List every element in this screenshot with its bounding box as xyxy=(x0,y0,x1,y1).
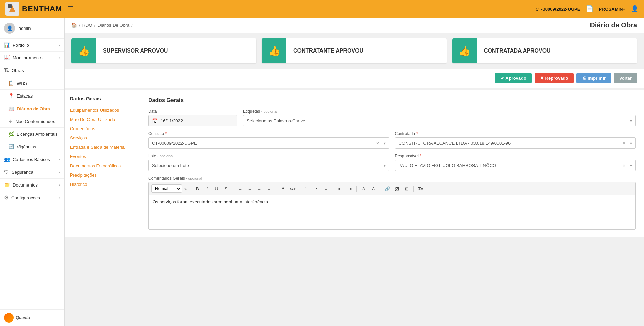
contract-select[interactable]: CT-00009/2022-UGPE xyxy=(149,138,389,148)
contratada-group: Contratada * CONSTRUTORA ALCANCE LTDA - … xyxy=(395,131,636,149)
date-input[interactable] xyxy=(161,115,218,126)
sidebar-item-configuracoes[interactable]: ⚙ Configurações › xyxy=(0,191,64,204)
rte-list-indent-button[interactable]: ≡ xyxy=(322,184,330,193)
rte-link-button[interactable]: 🔗 xyxy=(383,184,391,193)
rte-align-center-button[interactable]: ≡ xyxy=(246,184,254,193)
estacas-icon: 📍 xyxy=(8,93,14,99)
back-button[interactable]: Voltar xyxy=(614,73,637,83)
contratante-approval-icon: 👍 xyxy=(262,38,286,63)
breadcrumb-rdo[interactable]: RDO xyxy=(82,23,92,28)
sidebar-item-seguranca[interactable]: 🛡 Segurança › xyxy=(0,166,64,179)
sidebar-item-label: Não Conformidades xyxy=(15,119,55,124)
rte-italic-button[interactable]: I xyxy=(203,184,211,193)
rte-text-bg-color-button[interactable]: A xyxy=(369,184,377,193)
rejected-button[interactable]: ✘ Reprovado xyxy=(535,73,574,83)
rte-separator xyxy=(276,186,276,192)
sidebar-item-label: Diários de Obra xyxy=(17,106,50,111)
link-mao-de-obra[interactable]: Mão De Obra Utilizada xyxy=(70,115,134,124)
rte-unordered-list-button[interactable]: • xyxy=(312,184,320,193)
contratada-select[interactable]: CONSTRUTORA ALCANCE LTDA - 03.018.149/00… xyxy=(395,138,636,148)
supervisor-approval-card: 👍 SUPERVISOR APROVOU xyxy=(71,38,256,63)
rte-text-color-button[interactable]: A xyxy=(360,184,368,193)
rte-image-button[interactable]: 🖼 xyxy=(393,184,401,193)
rte-indent-button[interactable]: ⇥ xyxy=(346,184,354,193)
sidebar-item-vigencias[interactable]: 🔄 Vigências xyxy=(0,140,64,153)
rte-outdent-button[interactable]: ⇤ xyxy=(336,184,344,193)
user-icon[interactable]: 👤 xyxy=(631,5,639,13)
rte-align-justify-button[interactable]: ≡ xyxy=(265,184,273,193)
contract-clear-icon[interactable]: ✕ xyxy=(376,141,379,146)
rte-clear-format-button[interactable]: T̶x xyxy=(417,184,425,193)
sidebar-item-monitoramento[interactable]: 📈 Monitoramento › xyxy=(0,52,64,64)
print-button[interactable]: 🖨 Imprimir xyxy=(576,73,611,83)
date-group: Data 📅 xyxy=(148,109,237,126)
sidebar-item-diarios[interactable]: 📖 Diários de Obra xyxy=(0,102,64,115)
approval-cards: 👍 SUPERVISOR APROVOU 👍 CONTRATANTE APROV… xyxy=(65,33,644,69)
rte-table-button[interactable]: ⊞ xyxy=(402,184,411,193)
link-comentarios[interactable]: Comentários xyxy=(70,124,134,133)
hamburger-icon[interactable]: ☰ xyxy=(68,5,74,13)
rte-strikethrough-button[interactable]: S xyxy=(222,184,230,193)
supervisor-approval-icon: 👍 xyxy=(71,38,96,63)
sidebar-item-documentos[interactable]: 📁 Documentos › xyxy=(0,179,64,191)
lote-select[interactable]: Selecione um Lote xyxy=(149,160,389,171)
lote-group: Lote · opcional Selecione um Lote ▾ xyxy=(148,154,389,171)
rte-ordered-list-button[interactable]: 1. xyxy=(303,184,311,193)
sidebar-item-label: Segurança xyxy=(12,170,33,175)
main-layout: 👤 admin 📊 Portfólio › 📈 Monitoramento › xyxy=(0,18,644,326)
responsavel-select-wrapper[interactable]: PAULO FLAVIO FIGLIUOLO BARBOSA TINÔCO ✕ … xyxy=(395,160,636,171)
link-precipitacoes[interactable]: Precipitações xyxy=(70,170,134,180)
sidebar-item-portfolio[interactable]: 📊 Portfólio › xyxy=(0,39,64,52)
rte-blockquote-button[interactable]: ❝ xyxy=(279,184,287,193)
date-input-wrapper[interactable]: 📅 xyxy=(148,115,237,126)
contratada-clear-icon[interactable]: ✕ xyxy=(622,141,626,146)
sidebar-item-obras[interactable]: 🏗 Obras ˅ xyxy=(0,64,64,77)
document-icon[interactable]: 📄 xyxy=(586,5,593,13)
rte-style-select[interactable]: Normal Heading 1 Heading 2 Heading 3 xyxy=(151,184,182,193)
responsavel-select[interactable]: PAULO FLAVIO FIGLIUOLO BARBOSA TINÔCO xyxy=(395,160,636,171)
home-icon[interactable]: 🏠 xyxy=(71,23,77,28)
sidebar-item-label: Vigências xyxy=(17,144,36,149)
approved-button[interactable]: ✔ Aprovado xyxy=(495,73,532,83)
tags-select-wrapper[interactable]: Selecione as Palavras-Chave ▾ xyxy=(243,115,636,126)
sidebar-item-cadastros[interactable]: 👥 Cadastros Básicos › xyxy=(0,153,64,166)
chevron-right-icon: › xyxy=(59,157,60,161)
rte-align-left-button[interactable]: ≡ xyxy=(236,184,244,193)
responsavel-clear-icon[interactable]: ✕ xyxy=(622,163,626,168)
link-servicos[interactable]: Serviços xyxy=(70,133,134,143)
sidebar-item-label: Documentos xyxy=(13,182,38,188)
sidebar-item-label: Configurações xyxy=(11,195,40,200)
responsavel-group: Responsável * PAULO FLAVIO FIGLIUOLO BAR… xyxy=(395,154,636,171)
link-eventos[interactable]: Eventos xyxy=(70,152,134,161)
rte-bold-button[interactable]: B xyxy=(193,184,201,193)
rte-underline-button[interactable]: U xyxy=(212,184,221,193)
contratada-select-wrapper[interactable]: CONSTRUTORA ALCANCE LTDA - 03.018.149/00… xyxy=(395,137,636,149)
sidebar-item-wbs[interactable]: 📋 WBS xyxy=(0,77,64,90)
rte-align-right-button[interactable]: ≡ xyxy=(255,184,264,193)
sidebar-item-label: Obras xyxy=(12,68,24,73)
sidebar-item-nao-conformidades[interactable]: ⚠ Não Conformidades xyxy=(0,115,64,128)
link-historico[interactable]: Histórico xyxy=(70,180,134,189)
link-equipamentos[interactable]: Equipamentos Utilizados xyxy=(70,105,134,115)
tags-select[interactable]: Selecione as Palavras-Chave xyxy=(243,115,635,126)
bentham-logo-icon xyxy=(5,2,19,16)
rte-code-button[interactable]: </> xyxy=(289,184,297,193)
cadastros-icon: 👥 xyxy=(4,157,10,162)
rich-text-editor: Normal Heading 1 Heading 2 Heading 3 ⇅ B… xyxy=(148,182,636,230)
link-documentos-fotograficos[interactable]: Documentos Fotográficos xyxy=(70,161,134,170)
sidebar-item-label: Portfólio xyxy=(13,43,29,48)
diarios-icon: 📖 xyxy=(8,106,14,111)
sidebar-item-estacas[interactable]: 📍 Estacas xyxy=(0,90,64,102)
contratante-approval-text: CONTRATANTE APROVOU xyxy=(286,48,370,54)
breadcrumb-diarios[interactable]: Diários De Obra xyxy=(97,23,129,28)
sidebar-item-licencas[interactable]: 🌿 Licenças Ambientais xyxy=(0,128,64,140)
contract-select-wrapper[interactable]: CT-00009/2022-UGPE ✕ ▾ xyxy=(148,137,389,149)
contratada-approval-card: 👍 CONTRATADA APROVOU xyxy=(452,38,637,63)
form-section-title: Dados Gerais xyxy=(148,97,636,103)
lote-select-wrapper[interactable]: Selecione um Lote ▾ xyxy=(148,160,389,171)
link-entrada-saida[interactable]: Entrada e Saída de Material xyxy=(70,143,134,152)
rte-body[interactable]: Os serviços foram executados sem nenhuma… xyxy=(149,195,635,229)
contract-id-label: CT-00009/2022-UGPE xyxy=(536,7,581,12)
form-container: Dados Gerais Equipamentos Utilizados Mão… xyxy=(65,90,644,237)
logo-area: BENTHAM xyxy=(5,2,62,16)
